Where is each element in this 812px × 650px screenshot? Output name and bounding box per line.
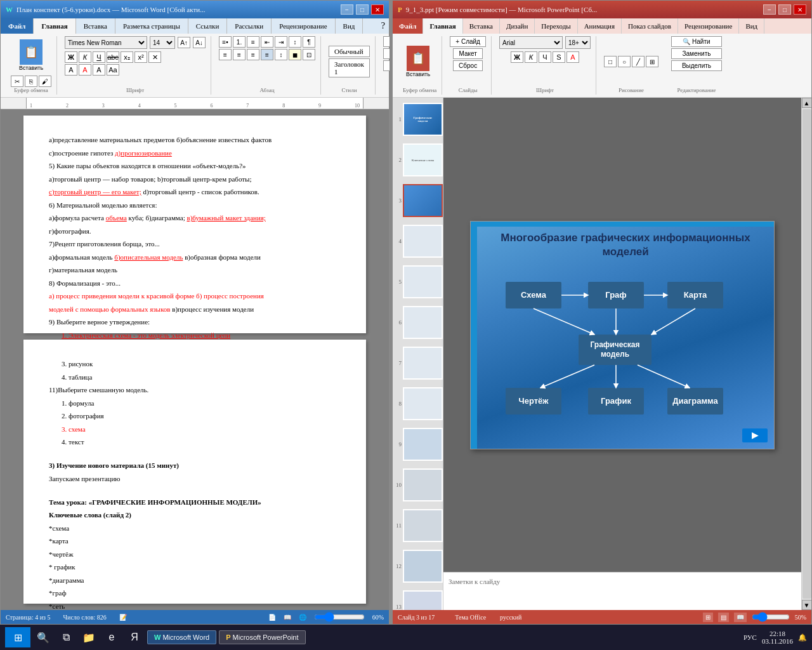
word-cut-btn[interactable]: ✂ xyxy=(11,76,23,87)
ppt-slide-canvas[interactable]: Многообразие графических информационных … xyxy=(470,221,775,449)
word-tab-file[interactable]: Файл xyxy=(1,18,34,34)
word-shading-btn[interactable]: ◼ xyxy=(289,49,301,60)
word-tab-view[interactable]: Вид xyxy=(336,18,363,34)
word-maximize-btn[interactable]: □ xyxy=(356,4,369,15)
word-strikethrough-btn[interactable]: abc xyxy=(107,51,119,63)
word-tab-layout[interactable]: Разметка страницы xyxy=(115,18,188,34)
word-sub-btn[interactable]: x₂ xyxy=(121,51,133,63)
ppt-taskbar-btn[interactable]: P Microsoft PowerPoint xyxy=(219,630,305,644)
word-clear-btn[interactable]: ✕ xyxy=(148,51,161,63)
slide-thumb-5[interactable] xyxy=(403,265,443,298)
word-numbering-btn[interactable]: 1. xyxy=(233,36,246,48)
ppt-shape-oval[interactable]: ○ xyxy=(618,56,631,67)
slide-thumb-4[interactable] xyxy=(403,225,443,258)
word-style-normal[interactable]: Обычный xyxy=(329,46,370,57)
ppt-scrollbar[interactable]: ▲ ▼ xyxy=(801,98,811,610)
slide-thumb-3[interactable] xyxy=(403,184,443,217)
task-view-button[interactable]: ⧉ xyxy=(56,627,76,647)
edge-button[interactable]: e xyxy=(102,627,122,647)
word-show-marks-btn[interactable]: ¶ xyxy=(303,36,315,48)
word-view-read-icon[interactable]: 📖 xyxy=(284,614,291,621)
ppt-minimize-btn[interactable]: − xyxy=(763,4,776,15)
ppt-scroll-down-btn[interactable]: ▼ xyxy=(802,600,812,610)
ppt-fontcolor-btn[interactable]: A xyxy=(566,51,579,63)
slide-thumb-1[interactable]: Графическиемодели xyxy=(403,103,443,136)
word-decrease-font-btn[interactable]: A↓ xyxy=(193,37,206,48)
ppt-font-select[interactable]: Arial xyxy=(499,36,563,49)
slide-thumb-6[interactable] xyxy=(403,306,443,339)
word-font-select[interactable]: Times New Roman xyxy=(65,36,147,49)
slide-thumb-2[interactable]: Ключевые слова xyxy=(403,143,443,176)
ppt-tab-design[interactable]: Дизайн xyxy=(500,18,535,34)
ppt-paste-btn[interactable]: 📋 Вставить xyxy=(403,43,433,81)
word-fontcolor-btn[interactable]: A xyxy=(79,64,91,76)
word-aa-btn[interactable]: Aa xyxy=(107,64,119,76)
word-format-btn[interactable]: 🖌 xyxy=(39,76,51,87)
word-linespace-btn[interactable]: ↕ xyxy=(275,49,287,60)
word-bold-btn[interactable]: Ж xyxy=(65,51,77,63)
slide-thumb-8[interactable] xyxy=(403,387,443,420)
ppt-scroll-thumb[interactable] xyxy=(802,109,811,599)
word-taskbar-btn[interactable]: W Microsoft Word xyxy=(147,630,216,644)
slide-thumb-11[interactable] xyxy=(403,509,443,542)
word-close-btn[interactable]: ✕ xyxy=(371,4,384,15)
word-align-right-btn[interactable]: ≡ xyxy=(247,49,259,60)
start-button[interactable]: ⊞ xyxy=(5,627,30,647)
word-size-select[interactable]: 14 xyxy=(150,36,175,49)
word-minimize-btn[interactable]: − xyxy=(341,4,353,15)
word-sort-btn[interactable]: ↕ xyxy=(289,36,301,48)
slide-thumb-9[interactable] xyxy=(403,428,443,461)
word-highlight-btn[interactable]: A xyxy=(65,64,77,76)
word-zoom-slider[interactable] xyxy=(314,612,365,622)
yandex-button[interactable]: Я xyxy=(124,627,145,647)
word-help-btn[interactable]: ? xyxy=(377,18,389,34)
word-style-h1[interactable]: Заголовок 1 xyxy=(329,58,370,77)
ppt-tab-animations[interactable]: Анимация xyxy=(578,18,622,34)
word-tab-refs[interactable]: Ссылки xyxy=(188,18,227,34)
ppt-play-btn[interactable]: ▶ xyxy=(742,428,768,442)
ppt-view-reading-btn[interactable]: 📖 xyxy=(734,613,747,622)
ppt-view-slide-btn[interactable]: ▤ xyxy=(718,613,729,622)
ppt-tab-slideshow[interactable]: Показ слайдов xyxy=(622,18,678,34)
ppt-tab-view[interactable]: Вид xyxy=(739,18,764,34)
word-indent-inc-btn[interactable]: ⇥ xyxy=(275,36,287,48)
slide-thumb-12[interactable] xyxy=(403,550,443,583)
ppt-arrange-btn[interactable]: ⊞ xyxy=(646,56,658,67)
word-increase-font-btn[interactable]: A↑ xyxy=(178,37,190,48)
word-tab-mail[interactable]: Рассылки xyxy=(227,18,272,34)
ppt-shape-line[interactable]: ╱ xyxy=(632,56,645,67)
word-multilevel-btn[interactable]: ≡ xyxy=(247,36,259,48)
ppt-layout-btn[interactable]: Макет xyxy=(453,48,482,59)
ppt-zoom-slider[interactable] xyxy=(752,612,790,622)
explorer-button[interactable]: 📁 xyxy=(79,627,99,647)
word-copy-btn[interactable]: ⎘ xyxy=(25,76,37,87)
ppt-new-slide-btn[interactable]: + Слайд xyxy=(450,36,486,47)
word-texteffect-btn[interactable]: A xyxy=(93,64,105,76)
ppt-bold-btn[interactable]: Ж xyxy=(511,51,523,63)
ppt-replace-btn[interactable]: Заменить xyxy=(671,48,722,59)
word-justify-btn[interactable]: ≡ xyxy=(261,49,273,60)
ppt-reset-btn[interactable]: Сброс xyxy=(453,60,483,71)
word-paste-btn[interactable]: 📋 Вставить xyxy=(16,36,46,74)
ppt-tab-insert[interactable]: Вставка xyxy=(463,18,500,34)
ppt-notes-area[interactable]: Заметки к слайду xyxy=(443,572,801,610)
word-borders-btn[interactable]: ⊡ xyxy=(303,49,315,60)
ppt-italic-btn[interactable]: К xyxy=(525,51,537,63)
ppt-maximize-btn[interactable]: □ xyxy=(778,4,791,15)
ppt-tab-file[interactable]: Файл xyxy=(393,18,423,34)
word-align-center-btn[interactable]: ≡ xyxy=(233,49,246,60)
word-tab-home[interactable]: Главная xyxy=(34,18,75,34)
ppt-shadow-btn[interactable]: S xyxy=(553,51,565,63)
ppt-select-btn[interactable]: Выделить xyxy=(671,60,722,71)
ppt-view-normal-btn[interactable]: ⊞ xyxy=(703,613,713,622)
word-bullets-btn[interactable]: ≡• xyxy=(219,36,232,48)
word-align-left-btn[interactable]: ≡ xyxy=(219,49,232,60)
word-tab-review[interactable]: Рецензирование xyxy=(272,18,335,34)
word-indent-dec-btn[interactable]: ⇤ xyxy=(261,36,273,48)
ppt-shape-rect[interactable]: □ xyxy=(604,56,617,67)
word-view-web-icon[interactable]: 🌐 xyxy=(299,614,306,621)
ppt-tab-home[interactable]: Главная xyxy=(423,18,462,34)
ppt-find-btn[interactable]: 🔍 Найти xyxy=(671,36,722,47)
slide-thumb-13[interactable] xyxy=(403,590,443,610)
ppt-slide-panel[interactable]: 1 Графическиемодели 2 Ключевые слова xyxy=(393,98,443,610)
